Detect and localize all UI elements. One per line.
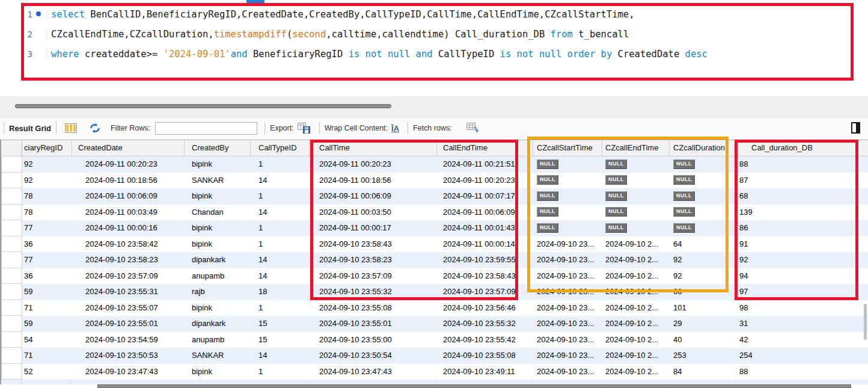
table-cell[interactable]: 2024-09-10 23... <box>533 284 602 300</box>
line-number[interactable]: 3 <box>0 45 32 64</box>
table-cell[interactable]: 2024-09-10 23:57:09 <box>310 268 437 285</box>
line-number[interactable]: 2 <box>0 25 32 45</box>
table-cell[interactable]: 2024-09-10 23:55:01 <box>310 316 437 332</box>
table-cell[interactable]: 94 <box>736 268 868 285</box>
table-cell[interactable]: 14 <box>251 205 310 221</box>
column-header[interactable]: CallTime <box>310 140 437 156</box>
table-row[interactable]: 922024-09-11 00:18:56SANKAR142024-09-11 … <box>1 173 868 189</box>
table-row[interactable]: 712024-09-10 23:55:07bipink12024-09-10 2… <box>1 300 868 316</box>
table-cell[interactable]: 2024-09-10 23... <box>533 348 602 364</box>
table-cell[interactable]: 2024-09-10 23:56:46 <box>437 300 533 316</box>
table-cell[interactable]: NULL <box>533 220 602 236</box>
table-cell[interactable]: dipankark <box>185 316 251 332</box>
table-cell[interactable]: 88 <box>736 156 868 173</box>
table-cell[interactable]: 2024-09-10 2... <box>602 252 670 268</box>
table-cell[interactable]: Chandan <box>185 205 251 221</box>
column-header[interactable]: CreatedDate <box>72 140 185 156</box>
table-cell[interactable]: bipink <box>185 188 251 205</box>
row-selector[interactable] <box>1 236 22 253</box>
table-cell[interactable]: 98 <box>736 300 868 316</box>
table-cell[interactable]: 2024-09-10 23:59:55 <box>437 252 533 268</box>
table-cell[interactable]: 2024-09-10 23:50:54 <box>310 348 437 364</box>
row-selector[interactable] <box>1 332 22 348</box>
table-cell[interactable]: 59 <box>22 316 72 332</box>
table-cell[interactable]: anupamb <box>185 268 251 285</box>
table-cell[interactable]: 2024-09-10 23:55:08 <box>437 348 533 364</box>
table-cell[interactable]: NULL <box>602 173 670 189</box>
table-cell[interactable]: NULL <box>533 188 602 205</box>
table-cell[interactable]: 1 <box>251 364 310 380</box>
table-cell[interactable]: 2024-09-10 23... <box>533 268 602 285</box>
table-cell[interactable]: 78 <box>22 205 72 221</box>
table-cell[interactable]: 68 <box>736 188 868 205</box>
table-cell[interactable]: 139 <box>736 205 868 221</box>
row-selector[interactable] <box>1 252 22 268</box>
code-line[interactable]: 3where createddate>= '2024-09-01'and Ben… <box>0 45 708 64</box>
row-selector[interactable] <box>1 205 22 221</box>
table-cell[interactable]: 2024-09-11 00:01:43 <box>437 220 533 236</box>
table-cell[interactable]: bipink <box>185 220 251 236</box>
table-cell[interactable]: 87 <box>736 173 868 189</box>
export-recordset-icon[interactable] <box>298 123 311 134</box>
table-cell[interactable]: 1 <box>251 300 310 316</box>
table-cell[interactable]: bipink <box>185 364 251 380</box>
table-cell[interactable]: 2024-09-10 23:55:08 <box>310 300 437 316</box>
result-grid-columns-icon[interactable] <box>65 123 77 133</box>
table-cell[interactable]: 2024-09-11 00:03:50 <box>310 205 437 221</box>
table-row[interactable]: 522024-09-10 23:47:43bipink12024-09-10 2… <box>1 364 868 380</box>
table-cell[interactable]: 78 <box>22 188 72 205</box>
wrap-cell-content-icon[interactable]: ĪA <box>391 124 399 133</box>
table-row[interactable]: 362024-09-10 23:58:42bipink12024-09-10 2… <box>1 236 868 253</box>
table-cell[interactable]: dipankark <box>185 252 251 268</box>
table-cell[interactable]: 2024-09-10 23:55:42 <box>437 332 533 348</box>
row-selector[interactable] <box>1 284 22 300</box>
table-cell[interactable]: bipink <box>185 300 251 316</box>
table-cell[interactable]: NULL <box>533 205 602 221</box>
table-cell[interactable]: 92 <box>670 252 736 268</box>
table-cell[interactable]: 52 <box>22 364 72 380</box>
row-selector[interactable] <box>1 268 22 285</box>
table-cell[interactable]: 59 <box>22 284 72 300</box>
table-cell[interactable]: 40 <box>670 332 736 348</box>
table-cell[interactable]: 97 <box>736 284 868 300</box>
table-cell[interactable]: 2024-09-10 23:55:07 <box>72 300 185 316</box>
editor-hscrollbar-track[interactable] <box>0 96 868 118</box>
editor-hscrollbar-thumb[interactable] <box>15 104 391 108</box>
table-row[interactable]: 592024-09-10 23:55:01dipankark152024-09-… <box>1 316 868 332</box>
side-panel-toggle-icon[interactable] <box>851 122 861 134</box>
table-cell[interactable]: 2024-09-10 2... <box>602 316 670 332</box>
table-cell[interactable]: 29 <box>670 316 736 332</box>
table-cell[interactable]: 2024-09-10 23:49:11 <box>437 364 533 380</box>
table-cell[interactable]: 64 <box>670 236 736 253</box>
column-header[interactable]: Call_duration_DB <box>736 140 868 156</box>
table-cell[interactable]: NULL <box>533 156 602 173</box>
table-row[interactable]: 922024-09-11 00:20:23bipink12024-09-11 0… <box>1 156 868 173</box>
fetch-rows-icon[interactable] <box>466 123 481 134</box>
row-selector[interactable] <box>1 348 22 364</box>
table-cell[interactable]: 2024-09-11 00:18:56 <box>72 173 185 189</box>
row-selector[interactable] <box>1 316 22 332</box>
table-cell[interactable]: 1 <box>251 236 310 253</box>
table-cell[interactable]: 92 <box>736 252 868 268</box>
row-selector[interactable] <box>1 364 22 380</box>
table-cell[interactable]: 14 <box>251 268 310 285</box>
code-line[interactable]: 2CZcallEndTime,CZcallDuration,timestampd… <box>0 25 708 45</box>
table-cell[interactable]: 2024-09-10 2... <box>602 332 670 348</box>
refresh-icon[interactable] <box>89 123 101 134</box>
row-selector[interactable] <box>1 220 22 236</box>
table-cell[interactable]: NULL <box>670 173 736 189</box>
table-cell[interactable]: 2024-09-10 2... <box>602 348 670 364</box>
table-cell[interactable]: 2024-09-10 2... <box>602 284 670 300</box>
table-cell[interactable]: anupamb <box>185 332 251 348</box>
line-number[interactable]: 1 <box>0 5 32 25</box>
table-cell[interactable]: 2024-09-11 00:06:09 <box>310 188 437 205</box>
table-cell[interactable]: NULL <box>670 156 736 173</box>
table-cell[interactable]: bipink <box>185 156 251 173</box>
table-cell[interactable]: NULL <box>670 220 736 236</box>
table-cell[interactable]: 86 <box>736 220 868 236</box>
row-selector[interactable] <box>1 188 22 205</box>
table-cell[interactable]: 2024-09-10 23... <box>533 332 602 348</box>
row-selector[interactable] <box>1 173 22 189</box>
table-cell[interactable]: 2024-09-10 23:55:01 <box>72 316 185 332</box>
table-cell[interactable]: 31 <box>736 316 868 332</box>
